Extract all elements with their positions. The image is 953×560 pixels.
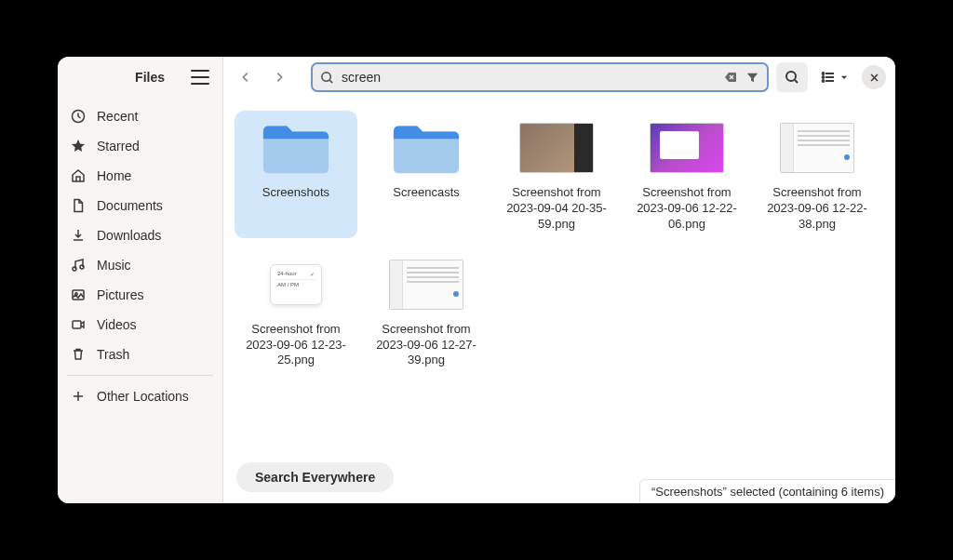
svg-point-8 [823, 73, 825, 74]
sidebar-item-pictures[interactable]: Pictures [58, 280, 222, 310]
svg-point-2 [80, 265, 84, 269]
sidebar-item-label: Documents [97, 198, 163, 213]
sidebar-item-starred[interactable]: Starred [58, 131, 222, 161]
plus-icon [71, 389, 86, 404]
toolbar [223, 57, 895, 98]
search-button[interactable] [776, 62, 808, 92]
search-field[interactable] [311, 62, 769, 92]
search-input[interactable] [342, 70, 716, 85]
list-icon [821, 70, 836, 85]
pictures-icon [71, 287, 86, 302]
svg-point-6 [322, 72, 330, 80]
sidebar-item-label: Videos [97, 317, 137, 332]
file-item[interactable]: Screenshot from 2023-09-06 12-22-06.png [625, 111, 748, 238]
trash-icon [71, 347, 86, 362]
sidebar-item-other-locations[interactable]: Other Locations [58, 381, 222, 411]
sidebar-item-documents[interactable]: Documents [58, 191, 222, 220]
home-icon [71, 168, 86, 183]
back-button[interactable] [233, 64, 259, 90]
item-label: Screenshot from 2023-09-06 12-23-25.png [240, 322, 352, 369]
thumbnail-icon [650, 116, 724, 180]
sidebar-item-label: Other Locations [97, 389, 189, 404]
svg-rect-5 [73, 321, 81, 328]
sidebar-item-label: Trash [97, 347, 129, 362]
music-icon [71, 258, 86, 273]
star-icon [71, 139, 86, 153]
file-item[interactable]: Screenshot from 2023-09-06 12-27-39.png [365, 247, 488, 375]
thumbnail-icon [519, 116, 594, 180]
item-label: Screenshot from 2023-09-06 12-22-38.png [761, 185, 873, 233]
sidebar-item-label: Home [97, 168, 131, 183]
sidebar-item-label: Pictures [97, 287, 144, 302]
sidebar-list: Recent Starred Home Documents [58, 98, 222, 503]
file-grid: ScreenshotsScreencastsScreenshot from 20… [235, 111, 884, 374]
sidebar-item-recent[interactable]: Recent [58, 101, 222, 131]
sidebar-item-label: Starred [97, 139, 140, 153]
document-icon [71, 198, 86, 213]
view-mode-button[interactable] [815, 62, 854, 92]
sidebar-header: Files [58, 57, 222, 98]
file-item[interactable]: Screenshot from 2023-09-04 20-35-59.png [495, 111, 618, 238]
svg-point-1 [73, 267, 76, 271]
search-everywhere-button[interactable]: Search Everywhere [236, 462, 394, 492]
app-title: Files [71, 70, 191, 85]
sidebar-item-label: Downloads [97, 228, 161, 243]
folder-item[interactable]: Screencasts [365, 111, 488, 238]
svg-point-7 [786, 72, 796, 81]
divider [67, 375, 213, 376]
folder-icon [259, 116, 333, 180]
hamburger-icon[interactable] [191, 70, 209, 85]
folder-item[interactable]: Screenshots [235, 111, 357, 238]
thumbnail-icon [780, 116, 854, 180]
sidebar-item-videos[interactable]: Videos [58, 310, 222, 340]
status-bar: “Screenshots” selected (containing 6 ite… [639, 479, 895, 503]
sidebar-item-home[interactable]: Home [58, 161, 222, 191]
content-area: ScreenshotsScreencastsScreenshot from 20… [223, 98, 895, 503]
filter-icon[interactable] [745, 71, 759, 85]
sidebar-item-trash[interactable]: Trash [58, 340, 222, 369]
sidebar-item-downloads[interactable]: Downloads [58, 220, 222, 250]
file-item[interactable]: 24-hour✓AM / PMScreenshot from 2023-09-0… [235, 247, 357, 375]
forward-button[interactable] [266, 64, 292, 90]
clock-icon [71, 109, 86, 124]
svg-point-9 [823, 76, 825, 78]
thumbnail-icon [389, 253, 463, 316]
close-button[interactable] [862, 65, 886, 89]
svg-point-10 [823, 80, 825, 82]
main-area: ScreenshotsScreencastsScreenshot from 20… [223, 57, 895, 503]
file-manager-window: Files Recent Starred [58, 57, 895, 503]
chevron-down-icon [839, 73, 849, 82]
file-item[interactable]: Screenshot from 2023-09-06 12-22-38.png [756, 111, 879, 238]
download-icon [71, 228, 86, 243]
thumbnail-icon: 24-hour✓AM / PM [259, 253, 333, 316]
sidebar-item-label: Music [97, 258, 131, 273]
videos-icon [71, 317, 86, 332]
item-label: Screencasts [393, 185, 460, 201]
item-label: Screenshot from 2023-09-04 20-35-59.png [501, 185, 612, 233]
sidebar-item-music[interactable]: Music [58, 250, 222, 280]
sidebar-item-label: Recent [97, 109, 138, 124]
item-label: Screenshot from 2023-09-06 12-22-06.png [631, 185, 743, 233]
sidebar: Files Recent Starred [58, 57, 223, 503]
clear-search-icon[interactable] [723, 70, 738, 85]
folder-icon [389, 116, 463, 180]
item-label: Screenshots [262, 185, 329, 201]
item-label: Screenshot from 2023-09-06 12-27-39.png [370, 322, 482, 369]
search-icon [320, 71, 334, 85]
